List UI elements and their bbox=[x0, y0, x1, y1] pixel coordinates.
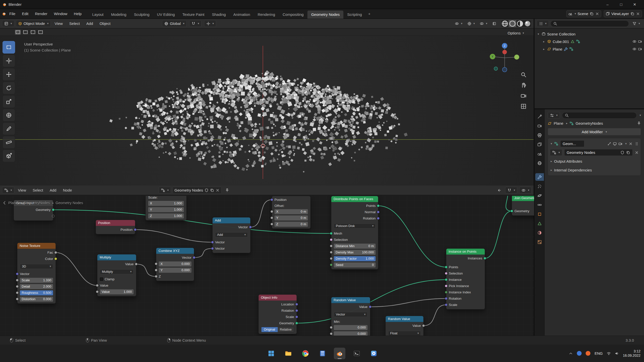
visibility-eye-icon[interactable] bbox=[632, 47, 636, 51]
socket-instance-on-points-Selection-in[interactable] bbox=[445, 272, 448, 275]
duplicate-icon[interactable] bbox=[626, 151, 630, 155]
workspace-tab-shading[interactable]: Shading bbox=[208, 11, 230, 19]
toggle-projection-icon[interactable] bbox=[520, 103, 527, 109]
render-camera-icon[interactable] bbox=[638, 47, 642, 51]
menu-window[interactable]: Window bbox=[51, 9, 70, 19]
socket-vector-add-VectorB-in[interactable] bbox=[211, 247, 214, 250]
node-multiply[interactable]: MultiplyValueMultiply▾ClampValueValue1.0… bbox=[97, 254, 136, 296]
socket-noise-texture-Detail-in[interactable] bbox=[16, 285, 19, 288]
socket-distribute-points-Points-out[interactable] bbox=[377, 204, 380, 207]
socket-instance-on-points-Instances-out[interactable] bbox=[484, 257, 486, 260]
clock[interactable]: 3:12 16.09.2022 bbox=[623, 349, 640, 358]
properties-tab-constraints[interactable] bbox=[535, 201, 544, 209]
breadcrumb-item[interactable]: Plane bbox=[8, 201, 18, 205]
rotate-tool-button[interactable] bbox=[3, 82, 15, 94]
value-slider[interactable]: X1.000 bbox=[148, 201, 184, 206]
socket-object-info-Location-out[interactable] bbox=[295, 303, 298, 306]
properties-tab-render[interactable] bbox=[535, 122, 544, 130]
socket-instance-on-points-Instance-in[interactable] bbox=[445, 278, 448, 281]
socket-noise-texture-Roughness-in[interactable] bbox=[16, 291, 19, 294]
socket-object-info-Scale-out[interactable] bbox=[295, 315, 298, 318]
outliner-search-input[interactable] bbox=[550, 20, 629, 27]
breadcrumb-modifier[interactable]: GeometryNodes bbox=[576, 121, 603, 125]
node-header[interactable]: Multiply bbox=[97, 254, 136, 260]
properties-tab-tool[interactable] bbox=[535, 113, 544, 120]
socket-random-value-vector--in[interactable] bbox=[330, 332, 333, 335]
socket-noise-texture-Color-out[interactable] bbox=[54, 257, 57, 260]
annotate-tool-button[interactable] bbox=[3, 122, 15, 135]
unlink-icon[interactable] bbox=[216, 188, 220, 192]
breadcrumb-back-icon[interactable] bbox=[3, 201, 7, 205]
menu-render[interactable]: Render bbox=[32, 9, 51, 19]
socket-distribute-points-Normal-out[interactable] bbox=[377, 211, 380, 213]
node-header[interactable]: Distribute Points on Faces bbox=[331, 196, 378, 202]
properties-tab-physics[interactable] bbox=[535, 192, 544, 199]
expand-arrow-icon[interactable]: ▸ bbox=[542, 48, 546, 51]
node-menu-add[interactable]: Add bbox=[46, 185, 60, 195]
xray-toggle[interactable] bbox=[490, 20, 498, 27]
scene-selector[interactable]: ▾ Scene bbox=[566, 10, 601, 17]
taskbar-start-button[interactable] bbox=[265, 348, 277, 359]
node-set-position[interactable]: PositionOffset:X0 mY0 mZ0 m bbox=[272, 196, 311, 229]
node-menu-node[interactable]: Node bbox=[60, 185, 75, 195]
dropdown-caret-icon[interactable]: ▾ bbox=[639, 114, 641, 117]
node-menu-view[interactable]: View bbox=[15, 185, 29, 195]
workspace-tab-layout[interactable]: Layout bbox=[88, 11, 107, 19]
value-slider[interactable]: Density Factor1.000 bbox=[334, 256, 376, 261]
node-combine-xyz[interactable]: Combine XYZVectorX0.000Y0.000Z bbox=[156, 248, 194, 281]
toggle-relative[interactable]: Relative bbox=[278, 327, 294, 332]
navigation-gizmo[interactable]: Z Y bbox=[486, 39, 524, 77]
node-dropdown-vector[interactable]: Vector▾ bbox=[334, 312, 368, 317]
taskbar-media-button[interactable] bbox=[368, 348, 380, 359]
taskbar-calculator-button[interactable] bbox=[317, 348, 328, 359]
node-vector-add[interactable]: AddVectorAdd▾VectorVector bbox=[212, 217, 251, 253]
editor-type-button[interactable]: ▾ bbox=[537, 20, 549, 27]
socket-distribute-points-Density Max-in[interactable] bbox=[330, 251, 333, 254]
modifier-name-field[interactable]: Geom... bbox=[560, 140, 584, 147]
value-slider[interactable]: Y0 m bbox=[274, 215, 308, 220]
viewport-canvas[interactable] bbox=[0, 36, 534, 186]
blender-logo-icon[interactable] bbox=[3, 3, 7, 7]
socket-combine-xyz-Z-in[interactable] bbox=[155, 275, 157, 278]
node-object-info[interactable]: Object InfoLocationRotationScaleGeometry… bbox=[258, 294, 297, 334]
output-attributes-panel[interactable]: ▸ Output Attributes bbox=[550, 158, 639, 165]
menu-file[interactable]: File bbox=[6, 9, 19, 19]
properties-tab-modifiers[interactable] bbox=[535, 173, 544, 181]
taskbar-blender-button[interactable] bbox=[334, 348, 345, 359]
value-slider[interactable]: Seed0 bbox=[334, 262, 376, 267]
node-header[interactable]: Position bbox=[96, 220, 135, 226]
measure-tool-button[interactable] bbox=[3, 136, 15, 149]
language-indicator[interactable]: ENG bbox=[594, 351, 603, 355]
select-mode-subtract-button[interactable] bbox=[30, 29, 36, 35]
editor-type-button[interactable]: ▾ bbox=[2, 20, 14, 27]
node-overlays-selector[interactable]: ▾ bbox=[519, 187, 532, 194]
taskbar-explorer-button[interactable] bbox=[283, 348, 294, 359]
value-slider[interactable]: 0.000 bbox=[334, 331, 368, 336]
socket-combine-xyz-Vector-out[interactable] bbox=[193, 256, 195, 259]
viewport-menu-view[interactable]: View bbox=[51, 19, 66, 28]
socket-instance-on-points-Instance Index-in[interactable] bbox=[445, 291, 448, 294]
socket-noise-texture-Fac-out[interactable] bbox=[54, 251, 57, 254]
node-header[interactable]: Join Geometry bbox=[512, 196, 534, 201]
network-icon[interactable] bbox=[607, 351, 611, 355]
nodetree-browse-button[interactable]: ▾ bbox=[159, 187, 171, 194]
outliner-row-cube-001[interactable]: ▸Cube.001 bbox=[535, 38, 644, 45]
node-header[interactable]: Instance on Points bbox=[446, 249, 485, 255]
socket-set-position-Position-in[interactable] bbox=[270, 198, 273, 201]
render-camera-icon[interactable] bbox=[638, 39, 642, 43]
camera-view-icon[interactable] bbox=[520, 93, 527, 99]
socket-instance-on-points-Scale-in[interactable] bbox=[445, 303, 448, 306]
unlink-icon[interactable] bbox=[635, 151, 639, 155]
value-slider[interactable]: Y0.000 bbox=[159, 268, 191, 273]
socket-set-position-X-in[interactable] bbox=[270, 210, 273, 213]
overlays-button[interactable]: ▾ bbox=[478, 20, 489, 27]
nodegroup-name-field[interactable]: Geometry Nodes bbox=[564, 149, 633, 156]
workspace-tab-geometry-nodes[interactable]: Geometry Nodes bbox=[307, 11, 343, 19]
socket-combine-xyz-Y-in[interactable] bbox=[155, 269, 157, 272]
box-select-tool-button[interactable] bbox=[3, 41, 15, 54]
socket-random-value-float-Value-out[interactable] bbox=[422, 324, 425, 327]
socket-group-input--out[interactable] bbox=[52, 215, 55, 217]
node-header[interactable]: Add bbox=[213, 217, 250, 223]
properties-tab-texture[interactable] bbox=[535, 238, 544, 246]
node-distribute-points[interactable]: Distribute Points on FacesPointsNormalRo… bbox=[331, 196, 378, 269]
